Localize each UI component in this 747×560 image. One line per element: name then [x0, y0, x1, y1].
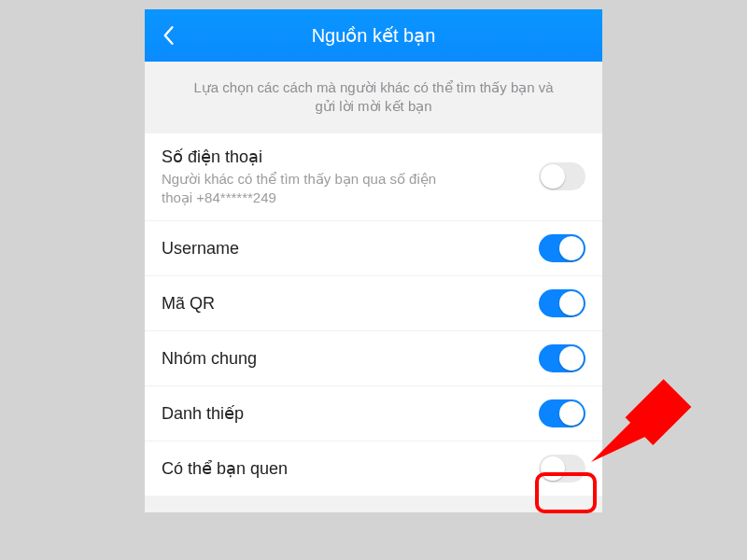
svg-rect-1: [626, 379, 692, 445]
row-subtitle: Người khác có thể tìm thấy bạn qua số đi…: [162, 170, 460, 208]
row-namecard: Danh thiếp: [145, 386, 602, 441]
page-title: Nguồn kết bạn: [145, 24, 602, 47]
row-qr: Mã QR: [145, 276, 602, 331]
row-label: Nhóm chung: [162, 348, 539, 370]
arrow-annotation-icon: [591, 369, 712, 481]
settings-screen: Nguồn kết bạn Lựa chọn các cách mà người…: [145, 9, 602, 512]
toggle-username[interactable]: [539, 234, 585, 262]
row-phone-number: Số điện thoại Người khác có thể tìm thấy…: [145, 133, 602, 222]
toggle-phone-number[interactable]: [539, 162, 585, 190]
header-bar: Nguồn kết bạn: [145, 9, 602, 62]
row-label: Mã QR: [162, 293, 539, 315]
row-username: Username: [145, 221, 602, 276]
back-button[interactable]: [158, 25, 178, 46]
toggle-people-you-may-know[interactable]: [539, 455, 585, 483]
description-text: Lựa chọn các cách mà người khác có thể t…: [145, 62, 602, 133]
row-people-you-may-know: Có thể bạn quen: [145, 441, 602, 496]
toggle-qr[interactable]: [539, 289, 585, 317]
toggle-common-groups[interactable]: [539, 344, 585, 372]
chevron-left-icon: [162, 25, 175, 46]
settings-list: Số điện thoại Người khác có thể tìm thấy…: [145, 133, 602, 497]
row-label: Có thể bạn quen: [162, 458, 539, 480]
list-footer-spacer: [145, 496, 602, 512]
row-label: Danh thiếp: [162, 403, 539, 425]
row-label: Số điện thoại: [162, 147, 539, 168]
row-common-groups: Nhóm chung: [145, 331, 602, 386]
toggle-namecard[interactable]: [539, 399, 585, 427]
row-label: Username: [162, 238, 539, 259]
